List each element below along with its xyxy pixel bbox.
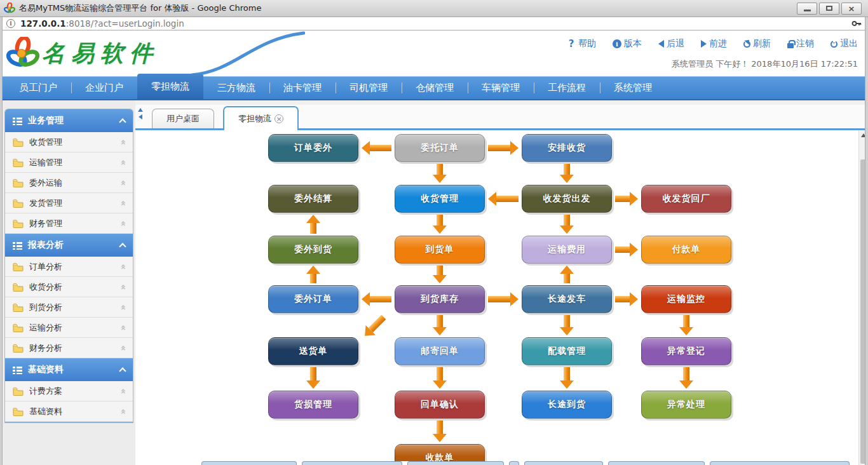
flow-box[interactable]: 长途到货 — [522, 391, 612, 419]
minimize-button[interactable] — [797, 3, 817, 15]
flow-box[interactable]: 邮寄回单 — [395, 337, 485, 365]
key-icon[interactable] — [851, 20, 862, 27]
flow-box[interactable]: 安排收货 — [522, 134, 612, 162]
link-label: 后退 — [667, 38, 684, 50]
tab-2[interactable]: 零担物流× — [223, 106, 299, 130]
browser-title-bar: 名易MyTMS物流运输综合管理平台 for 体验版 - Google Chrom… — [0, 0, 868, 17]
exit-link[interactable]: 退出 — [831, 38, 858, 50]
folder-icon — [13, 303, 24, 312]
sidebar-section-header-1[interactable]: 业务管理 — [5, 109, 133, 132]
double-chevron-icon: » — [117, 345, 127, 351]
sidebar-item[interactable]: 计费方案» — [5, 381, 133, 401]
flow-arrow-down — [433, 164, 447, 183]
sidebar-item[interactable]: 发货管理» — [5, 193, 133, 213]
main-panel: 用户桌面零担物流× 订单委外委托订单安排收货委外结算收货管理收发货出发收发货回厂… — [135, 100, 868, 465]
flow-box[interactable]: 收发货回厂 — [641, 185, 731, 213]
url-host: 127.0.0.1 — [20, 18, 66, 29]
nav-item-2[interactable]: 企业门户 — [71, 77, 137, 99]
list-icon — [13, 117, 22, 125]
swoosh-decoration — [191, 30, 305, 76]
flow-box[interactable]: 委外订单 — [268, 285, 358, 313]
logout-link[interactable]: 注销 — [787, 38, 814, 50]
logout-icon — [787, 43, 794, 48]
flow-box[interactable]: 订单委外 — [268, 134, 358, 162]
main-nav: 员工门户企业门户零担物流三方物流油卡管理司机管理仓储管理车辆管理工作流程系统管理 — [0, 76, 868, 100]
refresh-link[interactable]: 刷新 — [743, 38, 771, 50]
help-link[interactable]: ?帮助 — [567, 38, 596, 50]
flow-box[interactable]: 付款单 — [641, 236, 731, 264]
flow-arrow-down — [433, 215, 447, 234]
flow-box[interactable]: 到货库存 — [395, 285, 485, 313]
nav-item-6[interactable]: 司机管理 — [336, 77, 402, 99]
flow-arrow-right — [615, 243, 638, 257]
nav-item-10[interactable]: 系统管理 — [600, 77, 666, 99]
flow-arrow-down — [679, 315, 693, 335]
flow-box[interactable]: 委外结算 — [268, 185, 358, 213]
sidebar-item[interactable]: 财务管理» — [5, 213, 133, 234]
sidebar-item[interactable]: 基础资料» — [5, 401, 133, 422]
forward-link[interactable]: 前进 — [701, 38, 727, 50]
sidebar-item[interactable]: 运输管理» — [5, 152, 133, 173]
flow-box[interactable]: 收发货出发 — [522, 185, 612, 213]
flow-canvas: 订单委外委托订单安排收货委外结算收货管理收发货出发收发货回厂委外到货到货单运输费… — [135, 130, 858, 465]
folder-icon — [13, 262, 24, 271]
flow-box[interactable]: 异常处理 — [641, 391, 731, 419]
nav-item-5[interactable]: 油卡管理 — [269, 77, 336, 99]
flow-arrow-right — [488, 292, 519, 306]
address-bar[interactable]: i 127.0.0.1:8018/?act=userLogin.login — [0, 17, 868, 30]
nav-item-3[interactable]: 零担物流 — [137, 74, 203, 99]
nav-item-1[interactable]: 员工门户 — [5, 77, 71, 99]
folder-icon — [13, 283, 24, 292]
flow-box[interactable]: 异常登记 — [641, 337, 731, 365]
version-link[interactable]: i版本 — [613, 38, 642, 50]
flow-box[interactable]: 委托订单 — [395, 134, 485, 162]
sidebar-section-header-3[interactable]: 基础资料 — [5, 358, 133, 381]
link-label: 退出 — [840, 38, 858, 50]
sidebar-item[interactable]: 收货分析» — [5, 277, 133, 297]
tab-1[interactable]: 用户桌面 — [152, 109, 214, 128]
nav-item-4[interactable]: 三方物流 — [203, 77, 269, 99]
folder-icon — [13, 138, 24, 147]
double-chevron-icon: » — [117, 180, 127, 185]
window-frame-left — [0, 17, 3, 465]
link-label: 版本 — [624, 38, 642, 50]
flow-box[interactable]: 回单确认 — [395, 391, 485, 419]
sidebar-item[interactable]: 收货管理» — [5, 132, 133, 152]
content-area: 订单委外委托订单安排收货委外结算收货管理收发货出发收发货回厂委外到货到货单运输费… — [135, 130, 868, 465]
flow-box[interactable]: 收货管理 — [395, 185, 485, 213]
flow-box[interactable]: 送货单 — [268, 337, 358, 365]
close-button[interactable]: × — [841, 3, 862, 15]
list-icon — [13, 241, 22, 250]
sidebar-item[interactable]: 订单分析» — [5, 257, 133, 277]
flow-box[interactable]: 委外到货 — [268, 236, 358, 264]
flow-box[interactable]: 运输监控 — [641, 285, 731, 313]
nav-item-7[interactable]: 仓储管理 — [402, 77, 468, 99]
sidebar-item[interactable]: 财务分析» — [5, 338, 133, 358]
tab-close-icon[interactable]: × — [275, 114, 283, 123]
sidebar-item[interactable]: 委外运输» — [5, 173, 133, 193]
maximize-icon — [826, 6, 832, 11]
nav-item-9[interactable]: 工作流程 — [534, 77, 600, 99]
header-links: ?帮助i版本后退前进刷新注销退出 — [567, 38, 858, 50]
flow-box[interactable]: 货损管理 — [268, 391, 358, 419]
page-info-icon[interactable]: i — [6, 19, 15, 28]
flow-box[interactable]: 到货单 — [395, 236, 485, 264]
sidebar-item[interactable]: 运输分析» — [5, 318, 133, 338]
tab-scroll-left-icon[interactable] — [139, 114, 142, 119]
flow-box[interactable]: 长途发车 — [522, 285, 612, 313]
double-chevron-icon: » — [117, 264, 127, 269]
back-link[interactable]: 后退 — [658, 38, 684, 50]
nav-item-8[interactable]: 车辆管理 — [468, 77, 534, 99]
maximize-button[interactable] — [819, 3, 839, 15]
flow-arrow-right — [615, 192, 638, 206]
chevron-up-icon — [119, 118, 126, 125]
flow-arrow-up — [306, 215, 320, 234]
sidebar-section-header-2[interactable]: 报表分析 — [5, 234, 133, 257]
flow-arrow-down — [560, 367, 574, 389]
flow-box[interactable]: 配载管理 — [522, 337, 612, 365]
url-text[interactable]: 127.0.0.1:8018/?act=userLogin.login — [20, 18, 184, 29]
tab-scroll-up-icon[interactable] — [138, 108, 143, 112]
double-chevron-icon: » — [117, 408, 127, 414]
sidebar-item[interactable]: 到货分析» — [5, 297, 133, 318]
flow-box[interactable]: 运输费用 — [522, 236, 612, 264]
